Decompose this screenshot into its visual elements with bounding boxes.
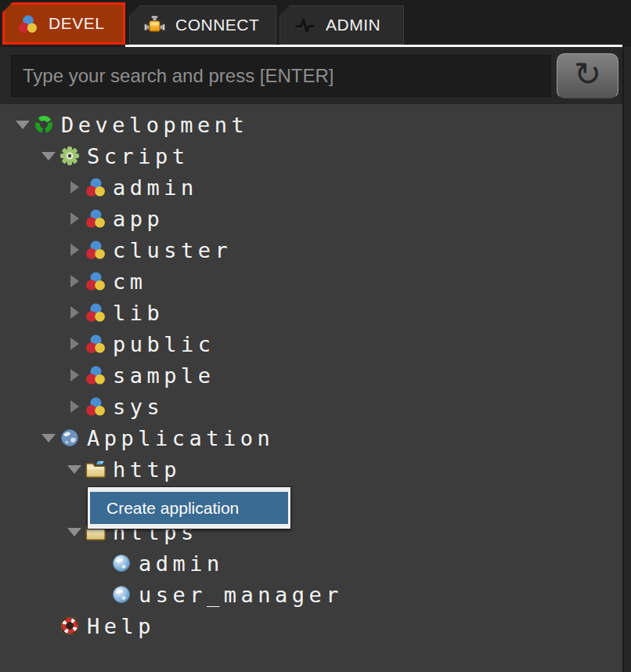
refresh-icon: ↻ (574, 58, 601, 91)
expand-arrow-icon[interactable] (64, 212, 85, 225)
tab-devel[interactable]: DEVEL (2, 2, 125, 45)
tree-panel: DevelopmentScriptadminappclustercmlibpub… (0, 104, 622, 672)
expand-arrow-icon[interactable] (64, 400, 85, 413)
expand-arrow-icon[interactable] (38, 152, 59, 161)
three-circles-icon (85, 396, 106, 417)
tree-item-user-manager[interactable]: user_manager (0, 579, 622, 610)
tab-connect[interactable]: CONNECT (129, 5, 276, 45)
tree-item-application[interactable]: Application (0, 422, 622, 453)
tree-item-label: lib (113, 301, 164, 325)
three-circles-icon (85, 208, 106, 229)
tree-item-label: Development (61, 113, 248, 137)
expand-arrow-icon[interactable] (64, 181, 85, 193)
tree-item-label: sys (113, 395, 164, 419)
tree-item-cm[interactable]: cm (0, 266, 622, 297)
gear-icon (59, 145, 81, 167)
tree-item-label: user_manager (139, 583, 343, 607)
globe-icon (59, 427, 81, 449)
tab-label: DEVEL (49, 14, 104, 33)
glossy-globe-icon (110, 552, 132, 574)
expand-arrow-icon[interactable] (64, 275, 85, 287)
tree-item-label: public (113, 332, 215, 356)
tree-item-label: Help (87, 614, 155, 638)
triangle-right-icon (70, 306, 79, 319)
three-circles-icon (17, 13, 38, 34)
expand-arrow-icon[interactable] (64, 528, 85, 537)
triangle-down-icon (41, 434, 56, 443)
expand-arrow-icon[interactable] (64, 369, 85, 381)
triangle-right-icon (70, 400, 79, 413)
expand-arrow-icon[interactable] (64, 338, 85, 350)
triangle-right-icon (70, 275, 79, 287)
tree-item-app[interactable]: app (0, 203, 622, 234)
refresh-button[interactable]: ↻ (557, 53, 618, 99)
tree-item-label: cluster (113, 238, 232, 262)
tree-item-development[interactable]: Development (0, 109, 622, 140)
search-input[interactable] (11, 55, 551, 97)
three-circles-icon (85, 176, 106, 198)
search-bar: ↻ (0, 47, 622, 104)
tree-item-label: sample (113, 363, 215, 388)
context-menu-item-create-application[interactable]: Create application (90, 492, 288, 524)
tree-item-help[interactable]: Help (0, 610, 622, 641)
triangle-right-icon (70, 338, 79, 350)
segmented-ring-icon (33, 114, 55, 135)
tree-item-label: Script (87, 144, 189, 168)
triangle-down-icon (67, 528, 81, 537)
connector-icon (144, 15, 165, 36)
triangle-down-icon (67, 465, 81, 474)
tree-item-http[interactable]: http (0, 453, 622, 485)
expand-arrow-icon[interactable] (64, 465, 85, 474)
tree-item-label: admin (139, 551, 224, 576)
three-circles-icon (85, 270, 106, 292)
tree-item-script[interactable]: Script (0, 140, 622, 172)
triangle-right-icon (70, 181, 79, 193)
three-circles-icon (85, 239, 106, 261)
tree-item-lib[interactable]: lib (0, 297, 622, 328)
tab-label: ADMIN (326, 16, 380, 34)
glossy-globe-icon (110, 583, 132, 605)
expand-arrow-icon[interactable] (38, 434, 59, 443)
triangle-down-icon (16, 121, 30, 129)
tree-item-label: Application (87, 426, 274, 450)
triangle-down-icon (41, 152, 56, 161)
triangle-right-icon (70, 369, 79, 381)
three-circles-icon (85, 302, 106, 323)
tree-item-sys[interactable]: sys (0, 391, 622, 422)
tree-item-label: http (113, 457, 181, 482)
triangle-right-icon (70, 212, 79, 225)
three-circles-icon (85, 333, 106, 355)
expand-arrow-icon[interactable] (64, 306, 85, 319)
tab-label: CONNECT (175, 16, 259, 34)
tree-item-label: admin (113, 175, 198, 200)
pulse-icon (294, 15, 316, 36)
context-menu: Create application (87, 486, 291, 529)
tree-item-sample[interactable]: sample (0, 359, 622, 391)
triangle-right-icon (70, 244, 79, 256)
tree-item-cluster[interactable]: cluster (0, 234, 622, 266)
lifebuoy-icon (59, 615, 81, 637)
tree-item-public[interactable]: public (0, 328, 622, 359)
tree-item-admin[interactable]: admin (0, 172, 622, 203)
tree-item-label: cm (113, 269, 147, 294)
tab-bar: DEVEL CONNECT ADMIN (0, 0, 631, 45)
expand-arrow-icon[interactable] (13, 121, 33, 129)
tree-item-label: app (113, 207, 164, 231)
expand-arrow-icon[interactable] (64, 244, 85, 256)
three-circles-icon (85, 364, 106, 386)
tab-admin[interactable]: ADMIN (279, 5, 404, 45)
tree-item-admin[interactable]: admin (0, 547, 622, 579)
folder-icon (85, 458, 106, 480)
right-edge-strip (622, 47, 631, 672)
